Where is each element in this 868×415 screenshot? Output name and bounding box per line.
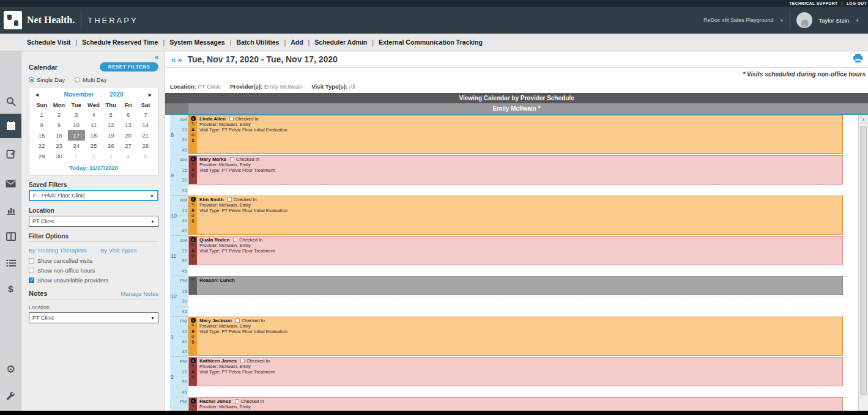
dollar-icon[interactable]: $ xyxy=(192,219,195,224)
calendar-day[interactable]: 13 xyxy=(119,120,136,130)
menu-item-batch-utilities[interactable]: Batch Utilities xyxy=(231,39,284,46)
edit-icon[interactable]: ✎ xyxy=(191,122,195,127)
recur-icon[interactable]: ⊘ xyxy=(191,133,195,138)
dollar-icon[interactable]: $ xyxy=(192,138,195,143)
saved-filters-select[interactable]: F - Pelvic Floor Clinic▼ xyxy=(29,190,158,201)
person-icon[interactable]: ♟ xyxy=(191,208,195,213)
envelope-icon[interactable] xyxy=(0,171,21,196)
calendar-day[interactable]: 11 xyxy=(85,120,102,130)
time-slot-label[interactable]: AM xyxy=(170,196,188,206)
patient-name[interactable]: Kim Smith xyxy=(199,197,224,202)
environment-selector[interactable]: ReDoc xfit Sales Playground xyxy=(703,17,774,23)
calendar-day[interactable]: 20 xyxy=(119,130,136,141)
time-slot-label[interactable]: 45 xyxy=(170,226,188,237)
info-icon[interactable]: i xyxy=(191,398,196,403)
time-slot-label[interactable]: PM xyxy=(170,357,188,367)
recur-icon[interactable]: ⊘ xyxy=(191,375,195,380)
scrollbar-thumb[interactable] xyxy=(860,126,867,395)
location-select[interactable]: PT Clinic▼ xyxy=(29,216,158,227)
checkbox-show-unavailable-providers[interactable]: Show unavailable providers xyxy=(29,277,158,284)
info-icon[interactable]: i xyxy=(191,237,196,242)
avatar[interactable]: ☻ xyxy=(796,12,812,28)
patient-name[interactable]: Linda Allen xyxy=(199,116,226,122)
calendar-day[interactable]: 1 xyxy=(33,109,50,120)
next-day-icon[interactable]: » xyxy=(177,55,182,64)
checked-in-checkbox[interactable] xyxy=(233,238,237,242)
calendar-day[interactable]: 25 xyxy=(85,141,102,151)
time-slot-label[interactable]: 45 xyxy=(170,266,188,277)
patient-name[interactable]: Quala Roden xyxy=(199,237,229,243)
wrench-icon[interactable] xyxy=(0,383,21,408)
info-icon[interactable]: i xyxy=(191,318,196,323)
edit-icon[interactable]: ✎ xyxy=(191,323,195,328)
edit-icon[interactable]: ✎ xyxy=(191,202,195,207)
vertical-scrollbar[interactable]: ▲ xyxy=(858,115,868,411)
calendar-day[interactable]: 10 xyxy=(68,120,85,130)
menu-item-add[interactable]: Add xyxy=(286,39,308,46)
appointment-block[interactable]: i✎♟⊘Quala RodenChecked InProvider: McIlw… xyxy=(188,236,843,265)
calendar-day[interactable]: 4 xyxy=(119,151,136,161)
menu-item-external-communication-tracking[interactable]: External Communication Tracking xyxy=(374,39,488,46)
edit-icon[interactable]: ✎ xyxy=(191,364,195,369)
calendar-day[interactable]: 12 xyxy=(102,120,119,130)
search-icon[interactable] xyxy=(0,89,21,114)
checked-in-checkbox[interactable] xyxy=(230,157,234,161)
today-link[interactable]: Today: 11/17/2020 xyxy=(33,161,154,171)
month-label[interactable]: November xyxy=(64,91,94,98)
time-slot-label[interactable]: 45 xyxy=(170,387,188,398)
calendar-day[interactable]: 28 xyxy=(137,141,154,151)
time-slot-label[interactable]: AM xyxy=(170,115,188,125)
calendar-day[interactable]: 5 xyxy=(137,151,154,161)
manage-notes-link[interactable]: Manage Notes xyxy=(121,290,158,297)
technical-support-link[interactable]: TECHNICAL SUPPORT xyxy=(789,1,837,6)
calendar-day-selected[interactable]: 17 xyxy=(68,130,85,141)
calendar-day[interactable]: 5 xyxy=(102,109,119,120)
person-icon[interactable]: ♟ xyxy=(191,369,195,374)
prev-day-icon[interactable]: « xyxy=(171,55,176,64)
person-icon[interactable]: ♟ xyxy=(191,167,195,172)
dollar-icon[interactable]: $ xyxy=(192,340,195,345)
by-treating-therapists-link[interactable]: By Treating Therapists xyxy=(29,247,87,254)
time-slot-label[interactable]: AM xyxy=(170,236,188,246)
reset-filters-button[interactable]: RESET FILTERS xyxy=(100,62,158,72)
info-icon[interactable]: i xyxy=(191,116,196,121)
appointment-block[interactable]: i✎♟⊘$Mary JacksonChecked InProvider: McI… xyxy=(188,317,843,356)
time-slot-label[interactable]: 45 xyxy=(170,186,188,196)
calendar-day[interactable]: 8 xyxy=(33,120,50,130)
calendar-day[interactable]: 29 xyxy=(33,151,50,161)
edit-icon[interactable]: ✎ xyxy=(191,243,195,248)
calendar-day[interactable]: 23 xyxy=(50,141,67,151)
dollar-icon[interactable]: $ xyxy=(0,276,21,301)
single-day-radio[interactable]: Single Day xyxy=(29,76,65,83)
calendar-day[interactable]: 4 xyxy=(85,109,102,120)
collapse-sidebar-icon[interactable]: « xyxy=(29,54,158,61)
calendar-day[interactable]: 9 xyxy=(50,120,67,130)
calendar-day[interactable]: 26 xyxy=(102,141,119,151)
appointment-block[interactable]: i✎♟⊘Mary MarksChecked InProvider: McIlwa… xyxy=(188,155,843,185)
recur-icon[interactable]: ⊘ xyxy=(191,334,195,339)
by-visit-types-link[interactable]: By Visit Types xyxy=(100,247,136,254)
columns-icon[interactable] xyxy=(0,224,21,249)
calendar-day[interactable]: 7 xyxy=(137,109,154,120)
calendar-day[interactable]: 24 xyxy=(68,141,85,151)
calendar-day[interactable]: 1 xyxy=(68,151,85,161)
clipboard-icon[interactable] xyxy=(0,142,21,166)
edit-icon[interactable]: ✎ xyxy=(191,404,195,409)
menu-item-schedule-reserved-time[interactable]: Schedule Reserved Time xyxy=(77,39,163,46)
calendar-day[interactable]: 16 xyxy=(50,130,67,141)
time-slot-label[interactable]: 45 xyxy=(170,307,188,317)
time-slot-label[interactable]: AM xyxy=(170,155,188,166)
calendar-day[interactable]: 2 xyxy=(50,109,67,120)
calendar-day[interactable]: 21 xyxy=(137,130,154,141)
calendar-day[interactable]: 3 xyxy=(68,109,85,120)
calendar-day[interactable]: 19 xyxy=(102,130,119,141)
time-slot-label[interactable]: 45 xyxy=(170,347,188,358)
time-slot-label[interactable]: 45 xyxy=(170,145,188,156)
edit-icon[interactable]: ✎ xyxy=(191,277,195,282)
calendar-day[interactable]: 15 xyxy=(33,130,50,141)
checkbox-show-non-office-hours[interactable]: Show non-office hours xyxy=(29,267,158,274)
appointment-block[interactable]: i✎♟⊘$Linda AllenChecked InProvider: McIl… xyxy=(188,115,843,154)
time-slot-label[interactable]: PM xyxy=(170,397,188,408)
appointment-block[interactable]: i✎♟⊘Rachel JonesChecked InProvider: McIl… xyxy=(188,397,843,411)
reserved-time-block[interactable]: ✎Reason: Lunch xyxy=(188,276,843,295)
